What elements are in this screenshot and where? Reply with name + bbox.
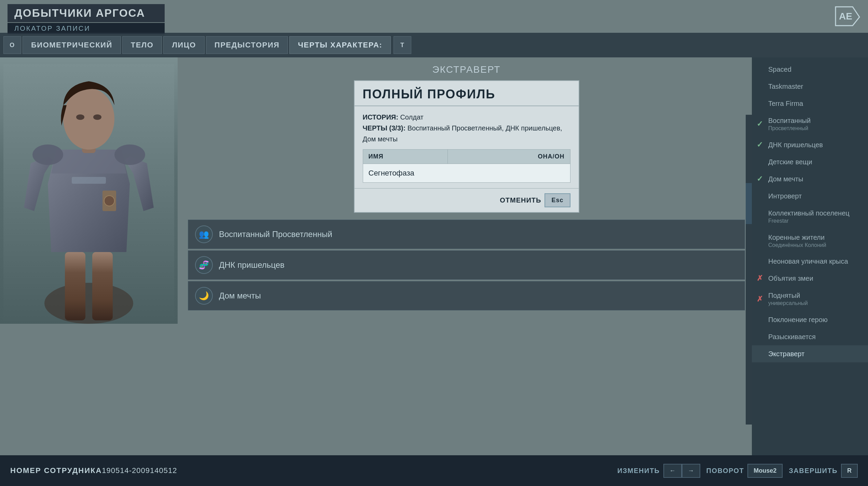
col-pronoun-header: ОНА/ОН <box>447 150 570 164</box>
main-area: Экстраверт ПОЛНЫЙ ПРОФИЛЬ ИСТОРИЯ: Солда… <box>0 57 868 455</box>
right-panel: SpacedTaskmasterTerra FirmaВоспитанныйПр… <box>752 57 868 455</box>
profile-modal-title: ПОЛНЫЙ ПРОФИЛЬ <box>355 81 579 106</box>
right-panel-item[interactable]: Коллективный поселенецFreestar <box>752 205 868 229</box>
profile-modal: ПОЛНЫЙ ПРОФИЛЬ ИСТОРИЯ: Солдат ЧЕРТЫ (3/… <box>354 80 579 213</box>
svg-point-13 <box>32 144 63 165</box>
trait-item[interactable]: 🌙 Дом мечты <box>188 281 745 310</box>
r-btn[interactable]: R <box>841 464 858 478</box>
right-panel-item-sub: Freestar <box>768 218 861 225</box>
table-row: Сегнетофаза <box>363 164 570 183</box>
right-panel-item[interactable]: Неоновая уличная крыса <box>752 253 868 270</box>
character-panel <box>0 57 178 455</box>
arrow-buttons: ← → <box>663 464 700 478</box>
employee-value: 190514-2009140512 <box>102 466 177 475</box>
right-panel-item[interactable]: Taskmaster <box>752 78 868 95</box>
right-panel-item-label: Объятия змеи <box>768 274 861 283</box>
right-panel-item[interactable]: Экстраверт <box>752 345 868 362</box>
right-panel-item[interactable]: ДНК пришельцев <box>752 136 868 153</box>
name-cell: Сегнетофаза <box>363 164 570 183</box>
right-panel-item-label: Коренные жители <box>768 233 861 242</box>
trait-label: Дом мечты <box>219 291 261 301</box>
nav-btn-o[interactable]: O <box>3 36 21 54</box>
trait-icon: 🌙 <box>195 287 213 305</box>
employee-number: НОМЕР СОТРУДНИКА190514-2009140512 <box>10 466 177 475</box>
right-panel-item[interactable]: Дом мечты <box>752 170 868 188</box>
svg-point-9 <box>76 114 84 120</box>
nav-btn-face[interactable]: ЛИЦО <box>163 36 204 54</box>
nav-btn-t[interactable]: T <box>394 36 411 54</box>
svg-point-14 <box>114 144 145 165</box>
trait-label: Воспитанный Просветленный <box>219 230 332 239</box>
right-panel-item-label: Spaced <box>768 65 861 74</box>
right-panel-item-label: Разыскивается <box>768 332 861 341</box>
rotation-control: ПОВОРОТ Mouse2 <box>706 464 783 478</box>
scroll-thumb <box>746 183 752 224</box>
nav-btn-background[interactable]: ПРЕДЫСТОРИЯ <box>206 36 288 54</box>
nav-btn-biometric[interactable]: БИОМЕТРИЧЕСКИЙ <box>23 36 121 54</box>
right-panel-item[interactable]: Разыскивается <box>752 328 868 345</box>
profile-modal-body: ИСТОРИЯ: Солдат ЧЕРТЫ (3/3): Воспитанный… <box>355 106 579 188</box>
right-panel-item[interactable]: Поднятыйуниверсальный <box>752 287 868 311</box>
right-panel-item[interactable]: Коренные жителиСоединённых Колоний <box>752 229 868 253</box>
profile-history: ИСТОРИЯ: Солдат ЧЕРТЫ (3/3): Воспитанный… <box>363 112 570 144</box>
right-panel-item-label: Terra Firma <box>768 99 861 108</box>
traits-list: 👥 Воспитанный Просветленный 🧬 ДНК пришел… <box>188 220 745 310</box>
employee-label: НОМЕР СОТРУДНИКА <box>10 466 102 475</box>
right-panel-item-label: Коллективный поселенец <box>768 209 861 218</box>
right-panel-item[interactable]: Spaced <box>752 61 868 78</box>
character-silhouette <box>3 64 174 324</box>
title-section: ДОБЫТЧИКИ АРГОСА ЛОКАТОР ЗАПИСИ <box>8 4 165 34</box>
svg-rect-4 <box>65 252 85 320</box>
svg-text:AE: AE <box>839 11 852 22</box>
history-value: Солдат <box>400 113 423 121</box>
svg-rect-5 <box>92 252 113 320</box>
trait-item[interactable]: 🧬 ДНК пришельцев <box>188 250 745 280</box>
right-panel-item[interactable]: Terra Firma <box>752 95 868 112</box>
right-arrow-btn[interactable]: → <box>682 464 700 478</box>
nav-bar: O БИОМЕТРИЧЕСКИЙ ТЕЛО ЛИЦО ПРЕДЫСТОРИЯ Ч… <box>0 33 868 57</box>
right-panel-item[interactable]: Детские вещи <box>752 153 868 170</box>
bottom-controls: ИЗМЕНИТЬ ← → ПОВОРОТ Mouse2 ЗАВЕРШИТЬ R <box>617 464 858 478</box>
right-panel-item-label: Интроверт <box>768 192 861 200</box>
mouse2-btn[interactable]: Mouse2 <box>747 464 783 478</box>
right-panel-item[interactable]: Поклонение герою <box>752 311 868 328</box>
trait-icon: 🧬 <box>195 256 213 274</box>
top-bar: ДОБЫТЧИКИ АРГОСА ЛОКАТОР ЗАПИСИ AE <box>0 0 868 34</box>
cancel-label: ОТМЕНИТЬ <box>500 196 541 204</box>
center-content: Экстраверт ПОЛНЫЙ ПРОФИЛЬ ИСТОРИЯ: Солда… <box>178 57 752 455</box>
right-panel-item-sub: Соединённых Колоний <box>768 242 861 249</box>
right-panel-item-label: Taskmaster <box>768 82 861 91</box>
svg-point-3 <box>44 283 133 324</box>
svg-rect-6 <box>72 177 106 184</box>
change-label: ИЗМЕНИТЬ <box>617 467 660 475</box>
finish-label: ЗАВЕРШИТЬ <box>789 467 838 475</box>
trait-item[interactable]: 👥 Воспитанный Просветленный <box>188 220 745 249</box>
character-image <box>0 57 178 324</box>
esc-button[interactable]: Esc <box>545 193 570 207</box>
svg-point-12 <box>104 196 114 206</box>
change-control: ИЗМЕНИТЬ ← → <box>617 464 700 478</box>
right-panel-item[interactable]: Интроверт <box>752 188 868 205</box>
game-title: ДОБЫТЧИКИ АРГОСА <box>8 4 165 22</box>
right-panel-item-sub: универсальный <box>768 300 861 307</box>
svg-point-8 <box>63 88 114 150</box>
right-panel-item[interactable]: ВоспитанныйПросветленный <box>752 112 868 136</box>
svg-point-10 <box>93 114 101 120</box>
right-panel-item-label: Неоновая уличная крыса <box>768 257 861 266</box>
logo: AE <box>834 5 861 27</box>
profile-modal-footer: ОТМЕНИТЬ Esc <box>355 188 579 212</box>
nav-btn-body[interactable]: ТЕЛО <box>122 36 162 54</box>
right-panel-item[interactable]: Объятия змеи <box>752 270 868 287</box>
right-panel-item-label: ДНК пришельцев <box>768 140 861 149</box>
col-name-header: ИМЯ <box>363 150 447 164</box>
left-arrow-btn[interactable]: ← <box>663 464 682 478</box>
finish-control: ЗАВЕРШИТЬ R <box>789 464 858 478</box>
right-panel-item-label: Поднятый <box>768 291 861 300</box>
scroll-bar[interactable] <box>746 115 752 425</box>
trait-icon: 👥 <box>195 225 213 243</box>
right-panel-item-sub: Просветленный <box>768 125 861 132</box>
profile-table: ИМЯ ОНА/ОН Сегнетофаза <box>363 149 570 183</box>
right-panel-item-label: Детские вещи <box>768 157 861 166</box>
right-panel-item-label: Поклонение герою <box>768 315 861 324</box>
right-panel-item-label: Дом мечты <box>768 175 861 183</box>
